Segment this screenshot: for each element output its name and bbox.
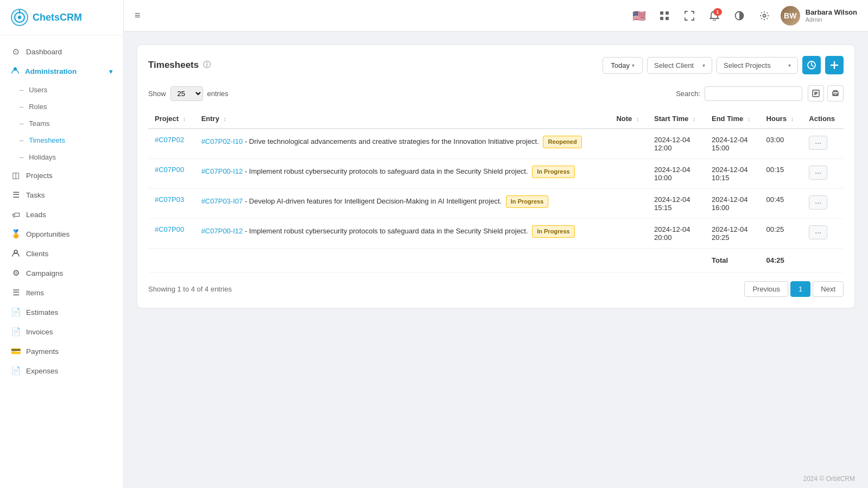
sidebar-item-leads[interactable]: 🏷 Leads (0, 205, 123, 224)
timesheets-table: Project ↕ Entry ↕ Note ↕ Start Time ↕ En… (148, 109, 844, 272)
sidebar-item-clients[interactable]: Clients (0, 244, 123, 263)
project-link[interactable]: #C07P00 (155, 166, 184, 174)
today-button[interactable]: Today ▾ (603, 57, 643, 74)
project-link[interactable]: #C07P02 (155, 136, 184, 144)
status-badge: In Progress (506, 195, 549, 208)
timesheets-card: Timesheets ⓘ Today ▾ Select Client ▾ Sel… (137, 45, 855, 308)
sidebar-item-projects[interactable]: ◫ Projects (0, 166, 123, 185)
cell-project: #C07P02 (148, 129, 195, 159)
search-input[interactable] (705, 86, 802, 101)
cell-actions: ··· (802, 159, 844, 189)
sidebar-item-opportunities[interactable]: 🏅 Opportunities (0, 224, 123, 244)
logo[interactable]: ChetsCRM (0, 0, 123, 35)
client-caret: ▾ (702, 62, 705, 68)
cell-start-time: 2024-12-04 12:00 (648, 129, 705, 159)
cell-entry: #C07P00-I12 - Implement robust cybersecu… (195, 219, 610, 249)
settings-icon[interactable] (756, 7, 773, 24)
sidebar-label-leads: Leads (26, 211, 46, 219)
sidebar-item-campaigns[interactable]: ⚙ Campaigns (0, 263, 123, 283)
cell-hours: 03:00 (760, 129, 803, 159)
cell-project: #C07P03 (148, 189, 195, 219)
entry-link[interactable]: #C07P03-I07 (201, 197, 243, 205)
notification-icon[interactable]: 1 (706, 7, 723, 24)
svg-point-10 (763, 14, 765, 17)
col-end-time[interactable]: End Time ↕ (705, 109, 760, 129)
entry-link[interactable]: #C07P02-I10 (201, 137, 243, 145)
col-project[interactable]: Project ↕ (148, 109, 195, 129)
previous-button[interactable]: Previous (744, 281, 788, 297)
status-badge: Reopened (543, 136, 581, 148)
col-note[interactable]: Note ↕ (610, 109, 648, 129)
select-client-label: Select Client (654, 61, 694, 69)
cell-note (610, 129, 648, 159)
tasks-icon: ☰ (11, 190, 21, 200)
sidebar-label-administration: Administration (25, 67, 77, 75)
sidebar: ChetsCRM ⊙ Dashboard Administration ▾ Us… (0, 0, 124, 488)
col-entry[interactable]: Entry ↕ (195, 109, 610, 129)
sidebar-item-items[interactable]: ☰ Items (0, 283, 123, 302)
svg-rect-19 (834, 94, 837, 96)
clock-button[interactable] (802, 56, 821, 74)
select-client-dropdown[interactable]: Select Client ▾ (647, 57, 712, 74)
row-actions-button[interactable]: ··· (809, 195, 827, 210)
entry-link[interactable]: #C07P00-I12 (201, 167, 243, 175)
cell-project: #C07P00 (148, 159, 195, 189)
col-actions: Actions (802, 109, 844, 129)
today-label: Today (611, 61, 630, 69)
sidebar-item-roles[interactable]: Roles (0, 98, 123, 115)
cell-start-time: 2024-12-04 20:00 (648, 219, 705, 249)
flag-icon[interactable]: 🇺🇸 (631, 7, 648, 24)
page-title: Timesheets (148, 60, 199, 71)
sidebar-item-estimates[interactable]: 📄 Estimates (0, 302, 123, 322)
theme-icon[interactable] (731, 7, 748, 24)
total-row: Total 04:25 (148, 249, 844, 272)
project-link[interactable]: #C07P03 (155, 195, 184, 204)
fullscreen-icon[interactable] (681, 7, 698, 24)
cell-hours: 00:25 (760, 219, 803, 249)
showing-text: Showing 1 to 4 of 4 entries (148, 285, 232, 293)
grid-icon[interactable] (656, 7, 673, 24)
info-icon[interactable]: ⓘ (203, 60, 211, 70)
sidebar-label-expenses: Expenses (26, 367, 58, 375)
row-actions-button[interactable]: ··· (809, 166, 827, 180)
next-button[interactable]: Next (813, 281, 844, 297)
export-print-button[interactable] (827, 85, 844, 102)
total-label: Total (705, 249, 760, 272)
status-badge: In Progress (532, 166, 575, 178)
payments-icon: 💳 (11, 346, 21, 356)
user-info[interactable]: BW Barbara Wilson Admin (781, 6, 857, 26)
sidebar-label-payments: Payments (26, 347, 59, 356)
col-start-time[interactable]: Start Time ↕ (648, 109, 705, 129)
projects-icon: ◫ (11, 170, 21, 180)
sidebar-item-holidays[interactable]: Holidays (0, 149, 123, 166)
add-button[interactable] (825, 56, 844, 74)
cell-end-time: 2024-12-04 20:25 (705, 219, 760, 249)
table-row: #C07P02 #C07P02-I10 - Drive technologica… (148, 129, 844, 159)
sidebar-label-invoices: Invoices (26, 328, 53, 336)
items-icon: ☰ (11, 288, 21, 297)
sidebar-item-expenses[interactable]: 📄 Expenses (0, 361, 123, 381)
export-csv-button[interactable] (808, 85, 824, 102)
sidebar-item-dashboard[interactable]: ⊙ Dashboard (0, 42, 123, 61)
sidebar-item-invoices[interactable]: 📄 Invoices (0, 322, 123, 341)
entries-select[interactable]: 25 50 100 (170, 86, 203, 101)
select-projects-dropdown[interactable]: Select Projects ▾ (717, 57, 798, 74)
sidebar-item-users[interactable]: Users (0, 81, 123, 98)
main-area: ≡ 🇺🇸 1 BW Barbara Wilson (124, 0, 868, 488)
search-label: Search: (676, 90, 700, 98)
menu-icon[interactable]: ≡ (135, 10, 141, 21)
sidebar-label-opportunities: Opportunities (26, 230, 69, 238)
header-controls: Today ▾ Select Client ▾ Select Projects … (603, 56, 844, 74)
sidebar-item-administration[interactable]: Administration ▾ (0, 61, 123, 81)
row-actions-button[interactable]: ··· (809, 136, 827, 150)
sidebar-item-timesheets[interactable]: Timesheets (0, 132, 123, 149)
col-hours[interactable]: Hours ↕ (760, 109, 803, 129)
svg-rect-7 (666, 11, 669, 15)
sidebar-item-payments[interactable]: 💳 Payments (0, 341, 123, 361)
sidebar-item-tasks[interactable]: ☰ Tasks (0, 185, 123, 205)
entry-link[interactable]: #C07P00-I12 (201, 227, 243, 235)
row-actions-button[interactable]: ··· (809, 225, 827, 239)
project-link[interactable]: #C07P00 (155, 225, 184, 233)
page-1-button[interactable]: 1 (790, 281, 810, 297)
sidebar-item-teams[interactable]: Teams (0, 115, 123, 132)
